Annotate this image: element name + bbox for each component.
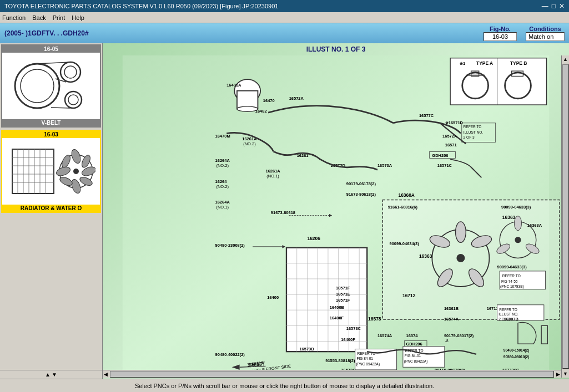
scroll-right[interactable]: ▶ [555, 371, 561, 377]
svg-text:GDH206: GDH206 [432, 153, 448, 158]
svg-text:16361B: 16361B [444, 306, 459, 311]
scroll-up-arrow[interactable]: ▲ [45, 371, 51, 378]
sidebar-item-vbelt-label: V-BELT [2, 119, 100, 126]
header-info: (2005- )1GDFTV. . .GDH20# [4, 29, 89, 37]
top-header: (2005- )1GDFTV. . .GDH20# Fig-No. 16-03 … [0, 23, 569, 43]
svg-text:※1: ※1 [460, 61, 465, 66]
conditions-section: Conditions Match on [526, 26, 565, 41]
svg-text:16571F: 16571F [336, 286, 350, 291]
svg-line-8 [51, 108, 71, 108]
svg-text:16574A: 16574A [377, 333, 392, 338]
parts-diagram-svg: ※1 TYPE A TYPE B 16401A 16470 16482 [103, 55, 569, 378]
svg-text:16470M: 16470M [215, 134, 230, 139]
sidebar-item-vbelt-image [2, 53, 100, 119]
match-dropdown[interactable]: Match on [526, 32, 565, 41]
svg-text:ILLUST NO.: ILLUST NO. [464, 130, 484, 134]
svg-text:90179-08017(2): 90179-08017(2) [444, 333, 474, 338]
svg-text:91661-60816(6): 91661-60816(6) [388, 205, 418, 210]
svg-text:90480-40022(2): 90480-40022(2) [215, 352, 245, 357]
sidebar-item-radiator-image [2, 138, 100, 205]
title-bar: TOYOTA ELECTRONIC PARTS CATALOG SYSTEM V… [0, 0, 569, 12]
svg-text:16711: 16711 [487, 306, 498, 311]
diagram-scrollbar-horizontal[interactable]: ◀ ▶ [103, 370, 561, 378]
svg-text:16573C: 16573C [346, 326, 361, 331]
svg-text:(PNC 16793B): (PNC 16793B) [500, 284, 524, 289]
svg-text:16573B: 16573B [299, 347, 314, 352]
svg-text:2 OF 3: 2 OF 3 [464, 135, 475, 139]
scroll-thumb-h[interactable] [110, 371, 554, 378]
svg-text:16572A: 16572A [289, 96, 304, 101]
svg-text:16470: 16470 [263, 98, 275, 103]
svg-text:90099-04634(3): 90099-04634(3) [390, 241, 420, 246]
svg-text:REFER TO: REFER TO [464, 125, 482, 129]
svg-text:16577C: 16577C [419, 113, 434, 118]
svg-rect-76 [382, 200, 560, 320]
svg-text:16574A: 16574A [444, 317, 459, 322]
diagram-area: ILLUST NO. 1 OF 3 [103, 43, 569, 379]
svg-text:(PNC 89422A): (PNC 89422A) [404, 359, 428, 364]
svg-text:FIG 74-55: FIG 74-55 [501, 279, 518, 283]
menu-print[interactable]: Print [53, 14, 66, 21]
illust-label: ILLUST NO. 1 OF 3 [103, 43, 569, 55]
svg-text:16578: 16578 [368, 316, 381, 322]
scroll-thumb-v[interactable] [562, 64, 569, 369]
svg-text:16400B: 16400B [330, 305, 345, 310]
sidebar-item-vbelt-id: 16-05 [2, 45, 100, 53]
restore-button[interactable]: □ [552, 2, 556, 10]
window-controls: — □ ✕ [542, 2, 565, 10]
svg-text:91553-80818(2): 91553-80818(2) [325, 358, 355, 363]
svg-text:-8: -8 [445, 339, 449, 343]
close-button[interactable]: ✕ [559, 2, 565, 10]
status-text: Select PNCs or P/Ns with scroll bar or m… [135, 383, 434, 389]
menu-function[interactable]: Function [2, 14, 26, 21]
svg-text:(PNC 89422A): (PNC 89422A) [356, 362, 380, 366]
title-bar-text: TOYOTA ELECTRONIC PARTS CATALOG SYSTEM V… [4, 3, 278, 9]
conditions-label: Conditions [529, 26, 561, 32]
svg-point-108 [514, 216, 521, 231]
scroll-up[interactable]: ▲ [562, 55, 569, 63]
svg-text:REFER TO: REFER TO [502, 274, 521, 278]
fig-no-input[interactable]: 16-03 [484, 32, 517, 41]
sidebar-item-radiator[interactable]: 16-03 [1, 130, 101, 213]
scroll-left[interactable]: ◀ [103, 371, 109, 377]
scroll-down-arrow[interactable]: ▼ [52, 371, 57, 378]
fig-no-label: Fig-No. [490, 26, 511, 32]
svg-text:TYPE B: TYPE B [510, 60, 527, 66]
svg-text:FIG 84-01: FIG 84-01 [405, 354, 421, 358]
svg-text:16573A: 16573A [377, 163, 392, 168]
svg-text:16400F: 16400F [341, 337, 355, 342]
menu-back[interactable]: Back [32, 14, 46, 21]
svg-text:ILLUST NO.: ILLUST NO. [498, 312, 518, 316]
svg-text:90099-04633(3): 90099-04633(3) [501, 205, 531, 210]
svg-text:91673-80618: 91673-80618 [271, 210, 295, 215]
svg-text:16571C: 16571C [437, 163, 452, 168]
svg-text:(NO.1): (NO.1) [216, 205, 229, 210]
svg-point-96 [456, 254, 465, 262]
svg-text:90179-06178(2): 90179-06178(2) [346, 181, 376, 186]
sidebar-item-vbelt[interactable]: 16-05 V- [1, 44, 101, 128]
svg-point-23 [73, 169, 79, 174]
diagram-scrollbar-vertical[interactable]: ▲ ▼ [561, 55, 569, 378]
fig-conditions-section: Fig-No. 16-03 Conditions Match on [484, 26, 565, 41]
svg-text:16482: 16482 [255, 109, 267, 114]
svg-point-97 [456, 222, 466, 242]
svg-text:16401A: 16401A [226, 83, 241, 88]
scroll-down[interactable]: ▼ [562, 370, 569, 378]
diagram-canvas[interactable]: ※1 TYPE A TYPE B 16401A 16470 16482 [103, 55, 569, 378]
svg-text:16261A: 16261A [265, 169, 280, 174]
svg-text:16572A: 16572A [442, 134, 457, 139]
fig-no-section: Fig-No. 16-03 [484, 26, 517, 41]
svg-text:90480-16014(2): 90480-16014(2) [503, 348, 530, 353]
minimize-button[interactable]: — [542, 2, 548, 10]
svg-text:(NO.2): (NO.2) [216, 184, 229, 189]
svg-text:90099-04633(3): 90099-04633(3) [497, 264, 527, 269]
sidebar: 16-05 V- [0, 43, 103, 379]
sidebar-spacer [0, 214, 102, 370]
radiator-svg [7, 141, 95, 202]
main-content: 16-05 V- [0, 43, 569, 379]
svg-text:FIG 84-01: FIG 84-01 [356, 357, 373, 360]
menu-bar: Function Back Print Help [0, 12, 569, 23]
menu-help[interactable]: Help [72, 14, 84, 21]
status-bar: Select PNCs or P/Ns with scroll bar or m… [0, 379, 569, 392]
svg-rect-0 [7, 55, 95, 116]
